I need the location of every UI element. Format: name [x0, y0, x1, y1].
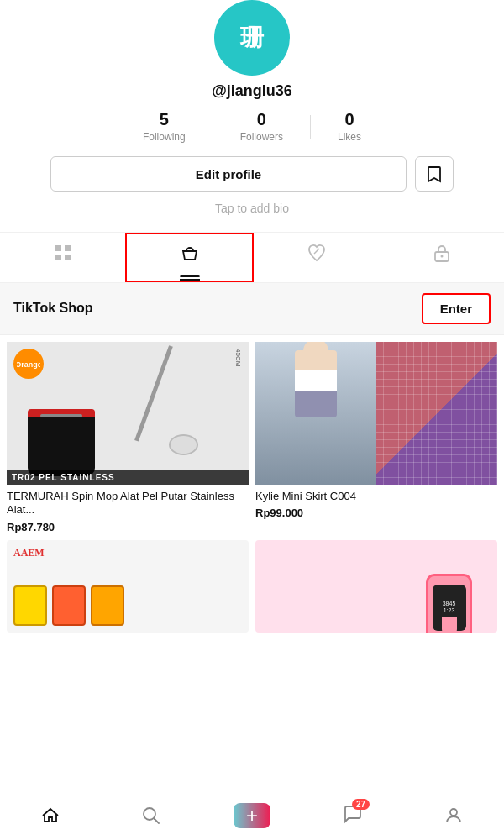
svg-text:Orange: Orange	[17, 360, 40, 369]
username: @jianglu36	[212, 82, 292, 100]
nav-messages[interactable]: 27	[302, 804, 403, 827]
avatar: 珊	[214, 0, 290, 76]
svg-rect-3	[65, 255, 71, 260]
nav-profile[interactable]	[403, 806, 504, 826]
tab-liked[interactable]	[254, 233, 379, 282]
shop-banner: TikTok Shop Enter	[0, 283, 504, 335]
create-button[interactable]: +	[234, 803, 270, 828]
product-card-skirt[interactable]: Kylie Mini Skirt C004 Rp99.000	[255, 342, 497, 534]
likes-label: Likes	[338, 131, 361, 143]
mop-head	[169, 434, 198, 455]
watch-strap	[442, 617, 457, 633]
bio-placeholder[interactable]: Tap to add bio	[215, 202, 289, 215]
lock-icon	[433, 243, 451, 268]
skirt-collage	[255, 342, 497, 485]
stats-row: 5 Following 0 Followers 0 Likes	[0, 110, 504, 143]
nav-search[interactable]	[101, 806, 202, 826]
luggage-brand: AAEM	[13, 547, 45, 559]
search-icon	[141, 806, 161, 826]
product-image-luggage: AAEM	[7, 540, 249, 633]
likes-count: 0	[344, 110, 354, 129]
messages-wrapper: 27	[343, 804, 363, 827]
followers-count: 0	[257, 110, 266, 129]
product-name-skirt: Kylie Mini Skirt C004	[255, 490, 497, 504]
bookmark-icon	[426, 165, 443, 183]
profile-section: 珊 @jianglu36 5 Following 0 Followers 0 L…	[0, 0, 504, 225]
svg-line-4	[314, 249, 319, 254]
nav-home[interactable]	[0, 806, 101, 826]
svg-rect-1	[65, 245, 71, 251]
scroll-area[interactable]: 珊 @jianglu36 5 Following 0 Followers 0 L…	[0, 0, 504, 781]
bottom-spacer	[0, 639, 504, 690]
product-card-pink[interactable]: 38451:23	[255, 540, 497, 633]
product-name-mop: TERMURAH Spin Mop Alat Pel Putar Stainle…	[7, 490, 249, 518]
action-buttons: Edit profile	[50, 156, 454, 192]
heart-icon	[307, 243, 327, 268]
tabs-row	[0, 232, 504, 283]
product-image-mop: Orange 45CM TR02 PEL STAINLESS	[7, 342, 249, 485]
grid-icon	[53, 243, 73, 268]
product-card-mop[interactable]: Orange 45CM TR02 PEL STAINLESS TERMURAH …	[7, 342, 249, 534]
following-label: Following	[143, 131, 186, 143]
skirt-right-panel	[376, 342, 497, 485]
home-icon	[40, 806, 60, 826]
product-grid: Orange 45CM TR02 PEL STAINLESS TERMURAH …	[0, 335, 504, 640]
bottom-nav: + 27	[0, 790, 504, 840]
shop-icon	[179, 244, 201, 271]
product-bottom-tag: TR02 PEL STAINLESS	[7, 470, 249, 485]
tab-private[interactable]	[379, 233, 504, 282]
followers-label: Followers	[240, 131, 283, 143]
product-card-luggage[interactable]: AAEM	[7, 540, 249, 633]
active-tab-indicator	[180, 275, 200, 277]
enter-button[interactable]: Enter	[422, 293, 491, 324]
followers-stat[interactable]: 0 Followers	[213, 110, 310, 143]
orange-badge: Orange	[13, 349, 44, 379]
following-count: 5	[160, 110, 169, 129]
shop-title: TikTok Shop	[13, 301, 93, 316]
product-price-mop: Rp87.780	[7, 521, 249, 533]
product-image-pink: 38451:23	[255, 540, 497, 633]
svg-line-10	[155, 818, 160, 823]
edit-profile-button[interactable]: Edit profile	[50, 156, 407, 192]
product-price-skirt: Rp99.000	[255, 507, 497, 519]
mop-bucket	[28, 409, 95, 476]
mop-stick	[134, 345, 173, 441]
skirt-left-panel	[255, 342, 376, 485]
likes-stat[interactable]: 0 Likes	[311, 110, 388, 143]
nav-create[interactable]: +	[202, 803, 302, 828]
svg-point-11	[450, 809, 457, 816]
following-stat[interactable]: 5 Following	[116, 110, 213, 143]
bookmark-button[interactable]	[415, 156, 454, 192]
luggage-row	[13, 585, 124, 626]
svg-rect-2	[55, 255, 61, 260]
size-label: 45CM	[234, 349, 242, 366]
profile-icon	[444, 806, 464, 826]
avatar-container: 珊	[214, 0, 290, 76]
tab-grid[interactable]	[0, 233, 125, 282]
svg-rect-0	[55, 245, 61, 251]
svg-point-6	[440, 255, 443, 258]
tab-shop[interactable]	[125, 233, 254, 282]
messages-badge: 27	[352, 799, 370, 810]
product-image-skirt	[255, 342, 497, 485]
